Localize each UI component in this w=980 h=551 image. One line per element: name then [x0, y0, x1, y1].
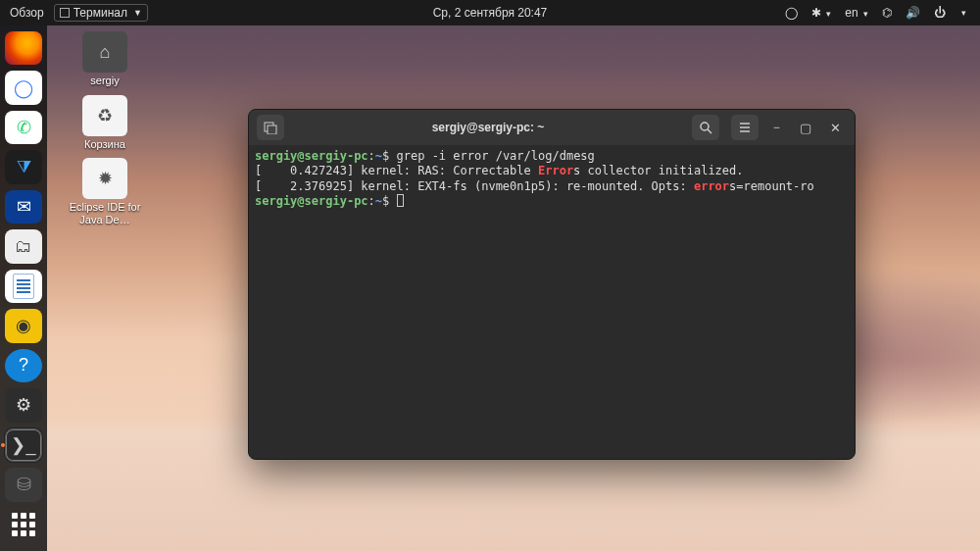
match-highlight: error: [694, 179, 729, 193]
dock-app-drive[interactable]: ⛁: [5, 468, 42, 501]
desktop-icon-label: Eclipse IDE for Java De…: [61, 201, 149, 225]
svg-point-2: [701, 123, 709, 130]
eclipse-icon: ✹: [82, 158, 127, 199]
svg-line-3: [708, 129, 711, 133]
search-icon: [699, 121, 712, 134]
desktop[interactable]: ⌂ sergiy ♻ Корзина ✹ Eclipse IDE for Jav…: [47, 25, 980, 551]
power-icon[interactable]: ⏻: [934, 6, 946, 20]
dock-app-chromium[interactable]: ◯: [5, 71, 42, 104]
home-icon: ⌂: [82, 31, 127, 73]
app-menu-label: Терминал: [74, 6, 127, 20]
keyboard-layout-indicator[interactable]: en ▾: [845, 6, 868, 20]
dock-show-apps[interactable]: [5, 508, 42, 541]
dock: ◯ ✆ ⧩ ✉ 🗂 ◉ ? ⚙ ❯_ ⛁: [0, 25, 47, 551]
prompt-path: ~: [375, 194, 382, 208]
command-text: grep -i error /var/log/dmesg: [397, 149, 595, 163]
output-line-suffix: s collector initialized.: [573, 164, 743, 177]
dock-app-thunderbird[interactable]: ✉: [5, 190, 42, 224]
desktop-icon-eclipse[interactable]: ✹ Eclipse IDE for Java De…: [61, 158, 149, 225]
activities-button[interactable]: Обзор: [10, 6, 44, 20]
app-menu-button[interactable]: Терминал ▼: [54, 4, 148, 22]
hamburger-icon: [738, 121, 752, 134]
terminal-title: sergiy@sergiy-pc: ~: [284, 121, 692, 134]
top-bar: Обзор Терминал ▼ Ср, 2 сентября 20:47 ◯ …: [0, 0, 980, 25]
dock-app-firefox[interactable]: [5, 31, 42, 65]
svg-rect-1: [268, 125, 276, 134]
desktop-icon-label: Корзина: [84, 138, 125, 151]
terminal-titlebar[interactable]: sergiy@sergiy-pc: ~ － ▢ ✕: [249, 110, 855, 145]
terminal-body[interactable]: sergiy@sergiy-pc:~$ grep -i error /var/l…: [249, 145, 855, 459]
terminal-window[interactable]: sergiy@sergiy-pc: ~ － ▢ ✕ sergiy@sergiy-…: [248, 109, 856, 460]
new-tab-button[interactable]: [257, 115, 284, 140]
dock-app-writer[interactable]: [5, 270, 42, 303]
chevron-down-icon: ▼: [133, 8, 142, 18]
new-tab-icon: [264, 121, 277, 134]
output-line-suffix: s=remount-ro: [729, 179, 814, 193]
dock-app-help[interactable]: ?: [5, 349, 42, 382]
trash-icon: ♻: [82, 95, 127, 136]
output-line: [ 0.427243] kernel: RAS: Correctable: [255, 164, 538, 177]
dock-app-sound[interactable]: ◉: [5, 309, 42, 342]
minimize-button[interactable]: －: [764, 116, 788, 139]
no-notifications-icon[interactable]: ◯: [785, 6, 798, 20]
dock-app-whatsapp[interactable]: ✆: [5, 111, 42, 144]
match-highlight: Error: [538, 164, 573, 177]
desktop-icon-label: sergiy: [90, 75, 119, 87]
prompt-path: ~: [375, 149, 382, 163]
dock-app-terminal[interactable]: ❯_: [5, 428, 42, 463]
dock-app-vscode[interactable]: ⧩: [5, 150, 42, 183]
prompt-user: sergiy@sergiy-pc: [255, 149, 368, 163]
maximize-button[interactable]: ▢: [794, 116, 817, 139]
desktop-icon-trash[interactable]: ♻ Корзина: [61, 95, 149, 151]
search-button[interactable]: [692, 115, 719, 140]
clock[interactable]: Ср, 2 сентября 20:47: [433, 6, 548, 20]
dock-app-settings[interactable]: ⚙: [5, 388, 42, 422]
desktop-icon-column: ⌂ sergiy ♻ Корзина ✹ Eclipse IDE for Jav…: [61, 31, 149, 226]
accessibility-icon[interactable]: ✱ ▾: [811, 6, 831, 20]
menu-button[interactable]: [731, 115, 759, 140]
terminal-icon: [60, 8, 70, 18]
output-line: [ 2.376925] kernel: EXT4-fs (nvme0n1p5):…: [255, 179, 694, 193]
desktop-icon-home[interactable]: ⌂ sergiy: [61, 31, 149, 87]
prompt-user: sergiy@sergiy-pc: [255, 194, 368, 208]
network-icon[interactable]: ⌬: [882, 6, 892, 20]
close-button[interactable]: ✕: [823, 116, 847, 139]
dock-app-files[interactable]: 🗂: [5, 229, 42, 263]
cursor: [397, 194, 404, 207]
system-menu-chevron-icon[interactable]: ▾: [961, 8, 966, 18]
volume-icon[interactable]: 🔊: [906, 6, 920, 20]
